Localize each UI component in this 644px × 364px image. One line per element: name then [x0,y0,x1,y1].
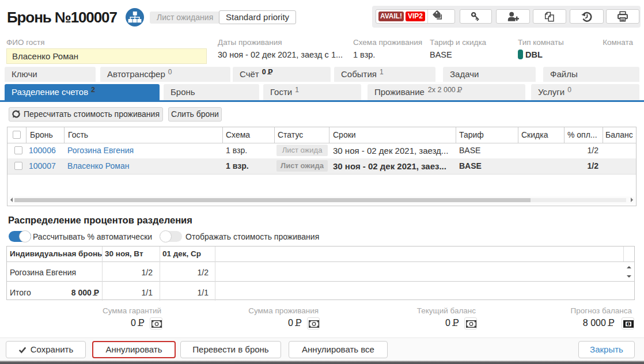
svg-text:1: 1 [627,322,630,326]
